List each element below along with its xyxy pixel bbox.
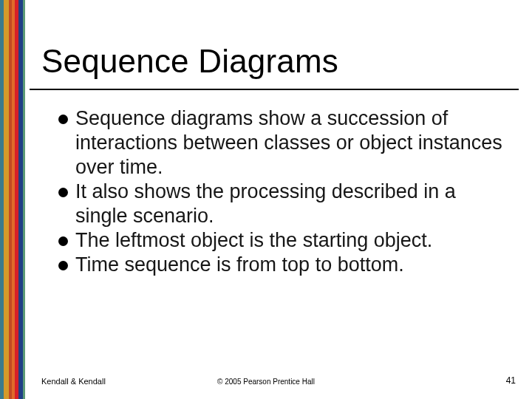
slide-title: Sequence Diagrams bbox=[41, 43, 338, 80]
bullet-text: Sequence diagrams show a succession of i… bbox=[75, 106, 504, 180]
bullet-text: It also shows the processing described i… bbox=[75, 180, 504, 228]
bullet-icon bbox=[58, 261, 68, 270]
slide: Sequence Diagrams Sequence diagrams show… bbox=[0, 0, 532, 399]
list-item: Time sequence is from top to bottom. bbox=[75, 253, 504, 277]
body-content: Sequence diagrams show a succession of i… bbox=[75, 106, 504, 277]
bullet-icon bbox=[58, 188, 68, 197]
list-item: Sequence diagrams show a succession of i… bbox=[75, 106, 504, 180]
bullet-icon bbox=[58, 115, 68, 124]
list-item: The leftmost object is the starting obje… bbox=[75, 228, 504, 253]
bullet-icon bbox=[58, 236, 68, 246]
title-underline bbox=[30, 89, 519, 90]
slide-number: 41 bbox=[506, 375, 516, 386]
footer-copyright: © 2005 Pearson Prentice Hall bbox=[0, 378, 532, 386]
list-item: It also shows the processing described i… bbox=[75, 180, 504, 228]
bullet-text: Time sequence is from top to bottom. bbox=[75, 253, 404, 277]
bullet-text: The leftmost object is the starting obje… bbox=[75, 228, 432, 253]
